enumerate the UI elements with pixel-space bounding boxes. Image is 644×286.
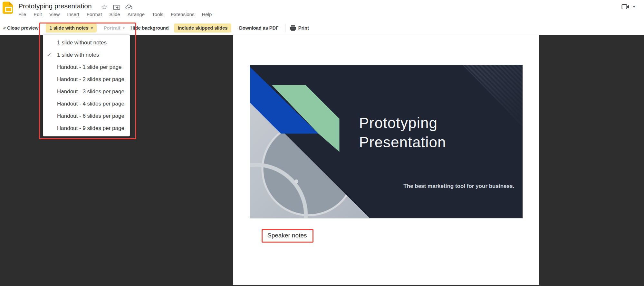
menu-help[interactable]: Help	[202, 12, 212, 17]
menu-arrange[interactable]: Arrange	[128, 12, 145, 17]
menu-format[interactable]: Format	[87, 12, 102, 17]
meet-camera-button[interactable]: ▾	[621, 4, 635, 10]
print-label: Print	[298, 25, 309, 31]
star-icon[interactable]: ☆	[100, 3, 108, 11]
cloud-saved-icon[interactable]	[125, 3, 133, 11]
move-folder-icon[interactable]	[112, 3, 121, 11]
chevron-down-icon: ▾	[633, 5, 635, 9]
menu-insert[interactable]: Insert	[67, 12, 79, 17]
print-button[interactable]: Print	[290, 25, 309, 31]
menu-slide[interactable]: Slide	[109, 12, 120, 17]
download-as-pdf-button[interactable]: Download as PDF	[239, 25, 278, 31]
menu-edit[interactable]: Edit	[34, 12, 42, 17]
slides-print-preview-app: Prototyping presentation ☆ File Edit Vie…	[0, 0, 644, 286]
printer-icon	[290, 25, 296, 31]
preview-page: Prototyping Presentation The best market…	[233, 35, 539, 285]
document-title[interactable]: Prototyping presentation	[18, 2, 92, 10]
menu-tools[interactable]: Tools	[152, 12, 163, 17]
videocam-icon	[621, 4, 630, 10]
slide-title-line1: Prototyping	[359, 113, 446, 133]
speaker-notes-annotation-box	[262, 229, 313, 243]
dropdown-annotation-box	[39, 23, 136, 139]
header: Prototyping presentation ☆ File Edit Vie…	[0, 0, 644, 21]
slides-logo-icon[interactable]	[3, 2, 13, 14]
slide-title: Prototyping Presentation	[359, 113, 446, 152]
slide-title-line2: Presentation	[359, 133, 446, 152]
menu-extensions[interactable]: Extensions	[171, 12, 194, 17]
toolbar-divider	[285, 24, 285, 32]
include-skipped-slides-button[interactable]: Include skipped slides	[174, 23, 232, 32]
menu-view[interactable]: View	[49, 12, 60, 17]
slide-subtitle: The best marketing tool for your busines…	[403, 183, 514, 189]
star-glyph: ☆	[101, 3, 107, 11]
menu-bar: File Edit View Insert Format Slide Arran…	[18, 12, 212, 17]
slide-preview-image: Prototyping Presentation The best market…	[250, 65, 523, 218]
close-preview-button[interactable]: « Close preview	[3, 25, 39, 31]
menu-file[interactable]: File	[18, 12, 26, 17]
